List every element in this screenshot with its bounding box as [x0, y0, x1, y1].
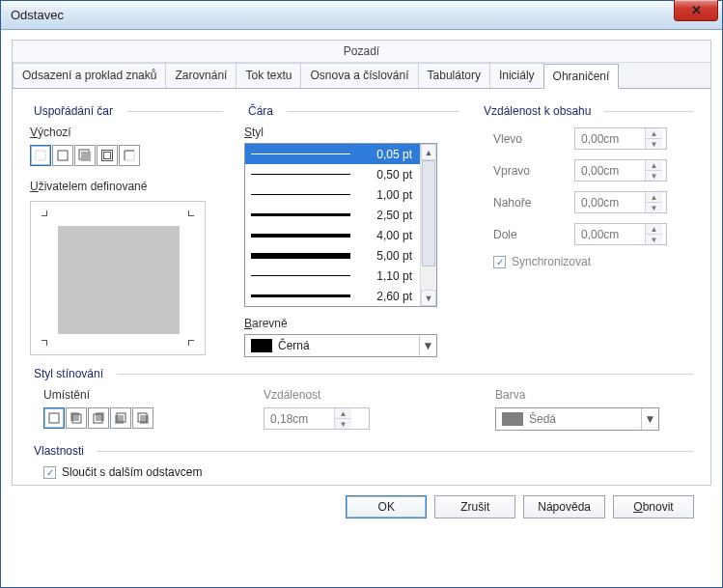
shadow-tl[interactable]: [66, 407, 87, 429]
shadow-legend: Styl stínování: [30, 367, 107, 380]
arrangement-legend: Uspořádání čar: [30, 104, 117, 118]
shadow-br[interactable]: [132, 407, 153, 429]
tab-tabulatory[interactable]: Tabulátory: [418, 63, 490, 88]
spin-up-icon[interactable]: ▲: [646, 224, 662, 234]
spin-up-icon[interactable]: ▲: [335, 408, 351, 418]
scroll-down-icon[interactable]: ▼: [421, 290, 436, 306]
bottom-label: Dole: [493, 228, 574, 241]
tab-osnova[interactable]: Osnova a číslování: [300, 63, 418, 88]
corner-bl-icon: [42, 336, 51, 346]
svg-rect-16: [140, 415, 149, 424]
style-item-3[interactable]: 2,50 pt: [245, 205, 420, 225]
close-icon: ✕: [691, 3, 702, 17]
shadow-pos-label: Umístění: [43, 388, 225, 402]
left-input[interactable]: [575, 128, 645, 149]
button-bar: OK Zrušit Nápověda Obnovit: [12, 486, 711, 518]
top-spinner[interactable]: ▲▼: [574, 191, 667, 213]
right-spinner[interactable]: ▲▼: [574, 159, 667, 182]
style-scrollbar[interactable]: ▲ ▼: [420, 144, 436, 306]
help-button[interactable]: Nápověda: [523, 495, 605, 518]
svg-rect-14: [115, 415, 124, 424]
line-color-value: Černá: [278, 339, 419, 352]
shadow-tr[interactable]: [88, 407, 109, 429]
spin-down-icon[interactable]: ▼: [646, 170, 662, 181]
reset-button[interactable]: Obnovit: [613, 495, 694, 518]
shadow-color-label: Barva: [495, 388, 693, 402]
bottom-input[interactable]: [575, 224, 645, 244]
preset-corner[interactable]: [119, 145, 140, 166]
svg-rect-3: [81, 152, 91, 161]
shadow-swatch-icon: [502, 412, 523, 426]
userdef-inner: [58, 226, 180, 334]
checkbox-icon: ✓: [43, 466, 56, 479]
style-item-2[interactable]: 1,00 pt: [245, 184, 420, 205]
corner-tr-icon: [184, 210, 194, 220]
shadow-color-combo[interactable]: Šedá ▼: [495, 407, 659, 431]
shadow-dist-spinner[interactable]: ▲▼: [264, 407, 370, 430]
tab-inicialy[interactable]: Iniciály: [489, 63, 544, 88]
preset-box[interactable]: [52, 145, 73, 166]
spin-down-icon[interactable]: ▼: [646, 202, 662, 212]
shadow-none[interactable]: [43, 407, 65, 429]
sync-label: Synchronizovat: [512, 255, 591, 268]
scroll-thumb[interactable]: [422, 160, 435, 266]
tab-odsazeni[interactable]: Odsazení a proklad znaků: [13, 63, 166, 88]
line-legend: Čára: [244, 104, 277, 118]
properties-legend: Vlastnosti: [30, 444, 88, 458]
tab-tok-textu[interactable]: Tok textu: [236, 63, 301, 88]
cancel-button[interactable]: Zrušit: [434, 495, 515, 518]
style-item-4[interactable]: 4,00 pt: [245, 225, 420, 245]
spin-down-icon[interactable]: ▼: [646, 138, 662, 149]
color-swatch-icon: [251, 339, 272, 352]
shadow-dist-input[interactable]: [264, 408, 334, 429]
rule-icon: [126, 111, 223, 112]
svg-rect-0: [36, 151, 45, 160]
merge-checkbox[interactable]: ✓ Sloučit s dalším odstavcem: [43, 465, 693, 479]
chevron-down-icon: ▼: [419, 335, 436, 356]
style-item-5[interactable]: 5,00 pt: [245, 245, 420, 266]
bottom-spinner[interactable]: ▲▼: [574, 223, 667, 245]
preset-row: [30, 145, 223, 166]
top-input[interactable]: [575, 192, 645, 212]
sync-checkbox[interactable]: ✓ Synchronizovat: [493, 255, 693, 268]
left-spinner[interactable]: ▲▼: [574, 127, 667, 150]
default-label: Výchozí: [30, 126, 223, 139]
style-item-1[interactable]: 0,50 pt: [245, 164, 420, 184]
scroll-up-icon[interactable]: ▲: [421, 144, 436, 160]
left-label: Vlevo: [493, 132, 574, 146]
spin-up-icon[interactable]: ▲: [646, 192, 662, 202]
shadow-bl[interactable]: [110, 407, 131, 429]
right-input[interactable]: [575, 160, 645, 181]
preset-shadow[interactable]: [74, 145, 96, 166]
shadow-preset-row: [43, 407, 225, 429]
line-color-combo[interactable]: Černá ▼: [244, 334, 437, 357]
top-label: Nahoře: [493, 196, 574, 210]
rule-icon: [287, 111, 459, 112]
svg-rect-6: [125, 151, 134, 160]
svg-rect-1: [58, 151, 68, 160]
style-item-7[interactable]: 2,60 pt: [245, 286, 420, 306]
spin-up-icon[interactable]: ▲: [646, 128, 662, 138]
close-button[interactable]: ✕: [674, 0, 718, 21]
spin-down-icon[interactable]: ▼: [646, 234, 662, 244]
svg-rect-5: [104, 153, 111, 159]
userdef-preview[interactable]: [30, 201, 206, 355]
rule-icon: [604, 111, 693, 112]
ok-button[interactable]: OK: [346, 495, 427, 518]
style-listbox[interactable]: 0,05 pt 0,50 pt 1,00 pt 2,50 pt 4,00 pt …: [244, 143, 437, 307]
corner-br-icon: [184, 336, 194, 346]
window-title: Odstavec: [11, 8, 64, 22]
preset-double[interactable]: [97, 145, 118, 166]
tab-zarovnani[interactable]: Zarovnání: [165, 63, 236, 88]
dialog-window: Odstavec ✕ Pozadí Odsazení a proklad zna…: [0, 0, 723, 588]
spin-up-icon[interactable]: ▲: [646, 160, 662, 170]
chevron-down-icon: ▼: [641, 408, 658, 430]
style-item-6[interactable]: 1,10 pt: [245, 266, 420, 286]
spin-down-icon[interactable]: ▼: [335, 418, 351, 429]
checkbox-icon: ✓: [493, 256, 506, 268]
preset-none[interactable]: [30, 145, 51, 166]
corner-tl-icon: [42, 210, 51, 220]
style-item-0[interactable]: 0,05 pt: [245, 144, 420, 164]
tab-ohraniceni[interactable]: Ohraničení: [543, 64, 620, 89]
titlebar[interactable]: Odstavec ✕: [1, 1, 722, 30]
